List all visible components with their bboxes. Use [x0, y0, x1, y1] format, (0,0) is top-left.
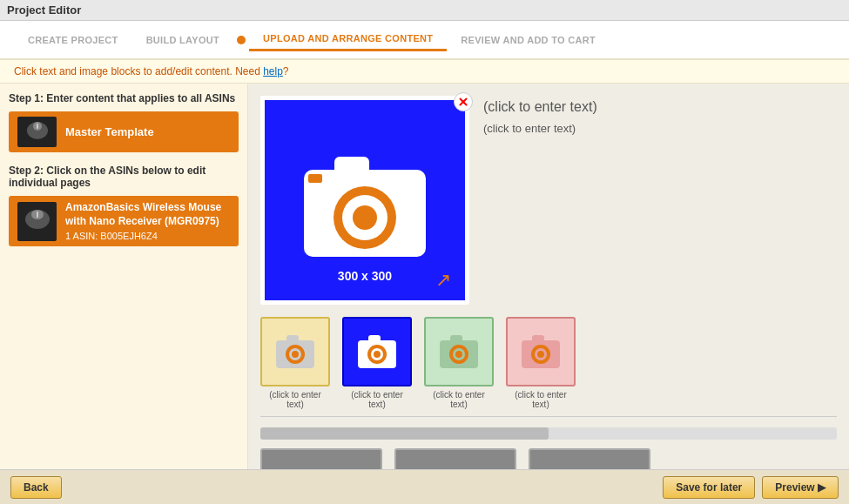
svg-point-10	[353, 205, 377, 230]
thumb-label-blue: (click to enter text)	[342, 390, 412, 409]
step-review[interactable]: REVIEW AND ADD TO CART	[447, 30, 610, 50]
bottom-right-buttons: Save for later Preview ▶	[663, 476, 839, 499]
left-panel: Step 1: Enter content that applies to al…	[0, 84, 248, 480]
back-button[interactable]: Back	[10, 476, 62, 499]
asin-thumb	[17, 202, 57, 241]
size-label: 300 x 300	[338, 269, 392, 283]
thumb-img-yellow[interactable]	[260, 317, 330, 386]
svg-rect-5	[37, 212, 38, 218]
step2-label: Step 2: Click on the ASINs below to edit…	[9, 165, 239, 189]
master-template-thumb	[17, 117, 57, 147]
thumb-img-pink[interactable]	[506, 317, 576, 386]
svg-rect-28	[532, 335, 544, 344]
thumb-cam-green	[435, 330, 483, 373]
step-dot	[237, 36, 246, 44]
asin-number: 1 ASIN: B005EJH6Z4	[65, 231, 230, 241]
bottom-bar: Back Save for later Preview ▶	[0, 469, 849, 504]
thumb-cell-blue[interactable]: (click to enter text)	[342, 317, 412, 409]
text-click-2[interactable]: (click to enter text)	[483, 122, 837, 135]
thumbnail-row: (click to enter text) (click to enter te…	[260, 317, 837, 409]
master-template-label: Master Template	[65, 125, 154, 138]
save-later-button[interactable]: Save for later	[663, 476, 755, 499]
main-layout: Step 1: Enter content that applies to al…	[0, 84, 849, 480]
asin-item[interactable]: AmazonBasics Wireless Mouse with Nano Re…	[9, 196, 239, 246]
svg-rect-11	[308, 174, 322, 183]
svg-rect-13	[286, 335, 299, 344]
thumb-img-blue[interactable]	[342, 317, 412, 386]
main-image-placeholder[interactable]: 300 x 300 ↗	[260, 96, 469, 305]
svg-point-21	[374, 351, 381, 358]
scroll-thumb[interactable]	[260, 427, 549, 440]
svg-point-31	[537, 351, 544, 358]
step-upload[interactable]: UPLOAD AND ARRANGE CONTENT	[249, 28, 447, 51]
steps-nav: CREATE PROJECT BUILD LAYOUT UPLOAD AND A…	[0, 21, 849, 60]
thumb-cell-green[interactable]: (click to enter text)	[424, 317, 494, 409]
step-create[interactable]: CREATE PROJECT	[14, 30, 132, 50]
thumb-cell-yellow[interactable]: (click to enter text)	[260, 317, 330, 409]
thumb-label-pink: (click to enter text)	[506, 390, 576, 409]
thumb-label-green: (click to enter text)	[424, 390, 494, 409]
thumb-cam-pink	[516, 330, 565, 373]
asin-name: AmazonBasics Wireless Mouse with Nano Re…	[65, 201, 230, 228]
thumb-img-green[interactable]	[424, 317, 494, 386]
content-grid: 300 x 300 ↗ (click to enter text) (click…	[260, 96, 837, 305]
right-panel: 300 x 300 ↗ (click to enter text) (click…	[248, 84, 849, 480]
close-button[interactable]	[454, 92, 473, 111]
help-link[interactable]: help	[263, 65, 283, 77]
text-block: (click to enter text) (click to enter te…	[483, 96, 837, 305]
thumb-cam-yellow	[271, 330, 320, 373]
camera-icon	[286, 131, 443, 270]
master-template-item[interactable]: Master Template	[9, 111, 239, 152]
text-click-1[interactable]: (click to enter text)	[483, 99, 837, 115]
svg-rect-7	[334, 157, 369, 176]
info-bar: Click text and image blocks to add/edit …	[0, 60, 849, 84]
thumb-label-yellow: (click to enter text)	[260, 390, 330, 409]
mouse-icon	[21, 120, 54, 144]
step1-label: Step 1: Enter content that applies to al…	[9, 92, 239, 104]
scroll-bar[interactable]	[260, 427, 837, 440]
title-bar: Project Editor	[0, 0, 849, 21]
main-image-block[interactable]: 300 x 300 ↗	[260, 96, 469, 305]
info-suffix: ?	[283, 65, 289, 77]
asin-info: AmazonBasics Wireless Mouse with Nano Re…	[65, 201, 230, 241]
svg-rect-18	[368, 335, 381, 344]
asin-mouse-icon	[20, 208, 55, 234]
svg-rect-23	[450, 335, 462, 344]
content-divider	[260, 416, 837, 417]
arrow-icon: ↗	[435, 269, 451, 292]
svg-rect-2	[37, 124, 38, 129]
thumb-cell-pink[interactable]: (click to enter text)	[506, 317, 576, 409]
preview-button[interactable]: Preview ▶	[762, 476, 839, 499]
thumb-cam-blue	[353, 330, 401, 373]
info-text: Click text and image blocks to add/edit …	[14, 65, 263, 77]
app-title: Project Editor	[7, 3, 81, 17]
step-build[interactable]: BUILD LAYOUT	[132, 30, 233, 50]
svg-point-16	[292, 351, 299, 358]
svg-point-26	[455, 351, 462, 358]
